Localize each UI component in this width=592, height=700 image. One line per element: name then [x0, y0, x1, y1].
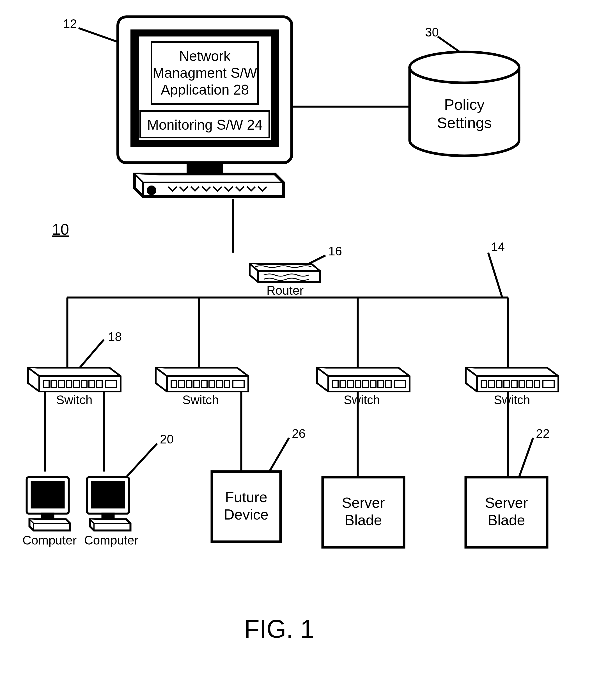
- svg-rect-24: [224, 380, 230, 387]
- svg-rect-22: [209, 380, 215, 387]
- svg-rect-49: [102, 514, 114, 518]
- svg-rect-33: [386, 380, 391, 387]
- svg-rect-39: [511, 380, 517, 387]
- svg-rect-36: [489, 380, 494, 387]
- switch-2-label: Switch: [182, 393, 219, 407]
- svg-rect-13: [81, 380, 87, 387]
- computer-icon: [27, 477, 131, 530]
- router-icon: [250, 264, 320, 282]
- svg-rect-26: [333, 380, 338, 387]
- svg-rect-16: [105, 380, 116, 387]
- ref-14: 14: [491, 240, 505, 254]
- ref-12: 12: [63, 17, 77, 31]
- svg-rect-31: [371, 380, 376, 387]
- ref-26: 26: [292, 427, 305, 441]
- ref-20: 20: [160, 432, 174, 446]
- svg-rect-8: [44, 380, 49, 387]
- svg-rect-43: [543, 380, 554, 387]
- policy-label: Policy Settings: [424, 95, 505, 132]
- svg-rect-10: [59, 380, 64, 387]
- diagram-canvas: Network Managment S/W Application 28 Mon…: [0, 0, 592, 700]
- switch-1-label: Switch: [56, 393, 93, 407]
- svg-rect-38: [504, 380, 509, 387]
- monitoring-label: Monitoring S/W 24: [140, 116, 269, 133]
- svg-rect-30: [363, 380, 368, 387]
- svg-rect-48: [92, 482, 124, 507]
- ref-10: 10: [52, 220, 69, 238]
- svg-rect-15: [97, 380, 102, 387]
- svg-point-6: [148, 187, 155, 194]
- nm-app-label: Network Managment S/W Application 28: [151, 48, 258, 98]
- svg-point-7: [410, 52, 519, 83]
- svg-rect-14: [89, 380, 95, 387]
- svg-rect-46: [42, 514, 53, 518]
- svg-rect-27: [340, 380, 346, 387]
- svg-rect-11: [66, 380, 72, 387]
- ref-22: 22: [536, 427, 550, 441]
- svg-rect-28: [348, 380, 353, 387]
- svg-rect-35: [481, 380, 487, 387]
- server-blade-1-label: Server Blade: [323, 494, 404, 529]
- svg-rect-20: [194, 380, 199, 387]
- svg-rect-12: [74, 380, 80, 387]
- router-label: Router: [266, 283, 304, 297]
- ref-16: 16: [328, 244, 342, 258]
- svg-rect-9: [51, 380, 57, 387]
- ref-18: 18: [108, 330, 122, 344]
- svg-rect-5: [188, 163, 221, 171]
- svg-rect-45: [32, 482, 64, 507]
- svg-rect-40: [519, 380, 525, 387]
- svg-rect-25: [233, 380, 244, 387]
- svg-rect-17: [171, 380, 177, 387]
- future-device-label: Future Device: [212, 488, 281, 523]
- server-blade-2-label: Server Blade: [466, 494, 547, 529]
- svg-rect-18: [179, 380, 184, 387]
- switch-3-label: Switch: [344, 393, 380, 407]
- svg-rect-34: [394, 380, 405, 387]
- svg-rect-21: [201, 380, 207, 387]
- svg-rect-32: [378, 380, 384, 387]
- computer-1-label: Computer: [22, 533, 77, 547]
- svg-rect-42: [534, 380, 540, 387]
- switch-icon: [28, 368, 558, 391]
- svg-rect-41: [527, 380, 532, 387]
- svg-rect-19: [186, 380, 192, 387]
- figure-caption: FIG. 1: [244, 615, 314, 644]
- switch-4-label: Switch: [494, 393, 530, 407]
- computer-2-label: Computer: [84, 533, 138, 547]
- svg-rect-29: [355, 380, 361, 387]
- ref-30: 30: [425, 25, 439, 39]
- svg-rect-37: [496, 380, 502, 387]
- management-pc-icon: [118, 17, 292, 196]
- svg-rect-23: [216, 380, 222, 387]
